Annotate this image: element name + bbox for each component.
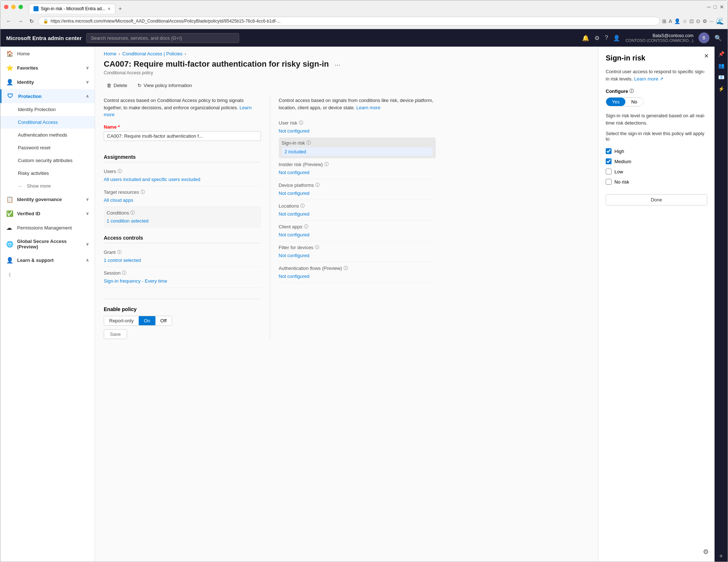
conditions-info[interactable]: ⓘ <box>130 210 135 216</box>
target-resources-info[interactable]: ⓘ <box>141 189 145 195</box>
sidebar-item-auth-methods[interactable]: Authentication methods <box>0 129 95 141</box>
new-tab-button[interactable]: + <box>115 4 124 13</box>
filter-devices-info[interactable]: ⓘ <box>315 244 319 251</box>
learn-support-chevron: ∧ <box>86 258 89 263</box>
insider-risk-info[interactable]: ⓘ <box>324 161 329 168</box>
address-bar[interactable]: 🔒 https://entra.microsoft.com/#view/Micr… <box>38 17 660 25</box>
far-right-icon-1[interactable]: 📌 <box>717 50 726 58</box>
refresh-button[interactable]: ↻ <box>27 17 36 25</box>
target-resources-value[interactable]: All cloud apps <box>104 197 261 204</box>
sidebar-item-identity[interactable]: 👤 Identity ∨ <box>0 75 95 89</box>
view-policy-button[interactable]: ↻ View policy information <box>135 81 195 90</box>
conditions-value[interactable]: 1 condition selected <box>107 217 258 224</box>
yes-button[interactable]: Yes <box>606 98 625 106</box>
sidebar-item-show-more[interactable]: ··· Show more <box>0 180 95 192</box>
sidebar-item-identity-governance[interactable]: 📋 Identity governance ∨ <box>0 192 95 207</box>
browser-icon-3[interactable]: 👤 <box>674 18 680 24</box>
name-input[interactable] <box>104 131 261 141</box>
search-icon-header[interactable]: 🔍 <box>715 35 722 42</box>
breadcrumb-conditional-access[interactable]: Conditional Access | Policies <box>122 51 182 56</box>
sign-in-risk-info[interactable]: ⓘ <box>306 140 311 146</box>
sidebar-item-learn-support[interactable]: 👤 Learn & support ∧ <box>0 253 95 267</box>
browser-icon-1[interactable]: ⊞ <box>662 18 666 24</box>
sidebar-item-favorites[interactable]: ⭐ Favorites ∨ <box>0 61 95 75</box>
settings-icon[interactable]: ⚙ <box>594 35 600 42</box>
client-apps-value[interactable]: Not configured <box>279 231 436 238</box>
sidebar-item-custom-security[interactable]: Custom security attributes <box>0 154 95 167</box>
sidebar-item-password-reset[interactable]: Password reset <box>0 141 95 154</box>
user-icon[interactable]: 👤 <box>613 35 620 42</box>
far-right-icon-4[interactable]: ⚡ <box>717 85 726 93</box>
users-info[interactable]: ⓘ <box>118 168 122 174</box>
enable-policy-toggle[interactable]: Report-only On Off <box>104 316 172 326</box>
device-platforms-info[interactable]: ⓘ <box>315 182 320 188</box>
notification-icon[interactable]: 🔔 <box>582 35 589 42</box>
client-apps-info[interactable]: ⓘ <box>304 224 308 230</box>
sidebar-label-conditional-access: Conditional Access <box>18 119 58 125</box>
sidebar-item-identity-protection[interactable]: Identity Protection <box>0 103 95 116</box>
session-info[interactable]: ⓘ <box>122 270 126 276</box>
sidebar-item-conditional-access[interactable]: Conditional Access <box>0 116 95 129</box>
browser-icon-5[interactable]: ⊡ <box>689 18 694 24</box>
on-option[interactable]: On <box>139 316 155 325</box>
high-checkbox[interactable] <box>606 148 612 154</box>
auth-flows-value[interactable]: Not configured <box>279 273 436 280</box>
grant-value[interactable]: 1 control selected <box>104 257 261 264</box>
close-btn[interactable]: ✕ <box>720 4 724 10</box>
done-button[interactable]: Done <box>606 194 707 205</box>
filter-devices-value[interactable]: Not configured <box>279 252 436 259</box>
delete-button[interactable]: 🗑 Delete <box>104 81 130 90</box>
sidebar-item-verified-id[interactable]: ✅ Verified ID ∨ <box>0 207 95 221</box>
yes-no-toggle[interactable]: Yes No <box>606 97 644 106</box>
browser-icon-6[interactable]: ⊙ <box>696 18 700 24</box>
far-right-icon-2[interactable]: 👥 <box>717 61 726 70</box>
session-value[interactable]: Sign-in frequency - Every time <box>104 278 261 284</box>
global-secure-icon: 🌐 <box>6 241 13 248</box>
settings-gear[interactable]: ⚙ <box>703 548 709 556</box>
panel-learn-more[interactable]: Learn more ↗ <box>634 76 664 82</box>
users-value[interactable]: All users included and specific users ex… <box>104 176 261 183</box>
tab-close[interactable]: ✕ <box>107 7 111 11</box>
auth-flows-info[interactable]: ⓘ <box>344 265 348 271</box>
far-right-add-icon[interactable]: + <box>718 551 725 562</box>
grant-info[interactable]: ⓘ <box>117 249 122 255</box>
breadcrumb-home[interactable]: Home <box>104 51 116 56</box>
search-input[interactable] <box>86 33 239 43</box>
user-risk-value[interactable]: Not configured <box>279 127 436 134</box>
sidebar-item-permissions-mgmt[interactable]: ☁ Permissions Management <box>0 221 95 235</box>
locations-value[interactable]: Not configured <box>279 211 436 217</box>
sidebar-item-home[interactable]: 🏠 Home <box>0 47 95 61</box>
user-risk-info[interactable]: ⓘ <box>299 120 303 126</box>
device-platforms-value[interactable]: Not configured <box>279 190 436 197</box>
sidebar-collapse[interactable]: 《 <box>0 267 95 283</box>
low-checkbox[interactable] <box>606 169 612 174</box>
far-right-icon-3[interactable]: 📧 <box>717 73 726 82</box>
configure-info[interactable]: ⓘ <box>629 88 634 94</box>
report-only-option[interactable]: Report-only <box>104 316 139 325</box>
help-icon[interactable]: ? <box>605 35 608 41</box>
medium-checkbox[interactable] <box>606 158 612 164</box>
avatar[interactable]: B <box>699 32 709 43</box>
no-risk-checkbox[interactable] <box>606 179 612 185</box>
sidebar-item-risky-activities[interactable]: Risky activities <box>0 167 95 180</box>
sign-in-risk-value[interactable]: 2 included <box>282 148 433 156</box>
off-option[interactable]: Off <box>155 316 172 325</box>
no-button[interactable]: No <box>625 98 643 106</box>
browser-icon-7[interactable]: ⚙ <box>703 18 707 24</box>
insider-risk-value[interactable]: Not configured <box>279 169 436 176</box>
minimize-btn[interactable]: ─ <box>707 4 711 10</box>
back-button[interactable]: ← <box>4 17 13 25</box>
browser-icon-2[interactable]: A <box>669 18 672 24</box>
right-learn-more[interactable]: Learn more <box>356 105 380 110</box>
sidebar-item-protection[interactable]: 🛡 Protection ∧ <box>0 89 95 103</box>
active-tab[interactable]: Sign-in risk - Microsoft Entra ad... ✕ <box>29 4 115 13</box>
browser-icon-4[interactable]: ☆ <box>682 18 687 24</box>
three-dots-menu[interactable]: ··· <box>335 61 340 69</box>
locations-info[interactable]: ⓘ <box>300 203 305 209</box>
browser-icon-8[interactable]: ··· <box>709 18 714 24</box>
panel-close-button[interactable]: ✕ <box>704 52 709 59</box>
save-button[interactable]: Save <box>104 329 127 339</box>
forward-button[interactable]: → <box>16 17 25 25</box>
maximize-btn[interactable]: □ <box>714 4 717 10</box>
sidebar-item-global-secure[interactable]: 🌐 Global Secure Access (Preview) ∨ <box>0 235 95 253</box>
